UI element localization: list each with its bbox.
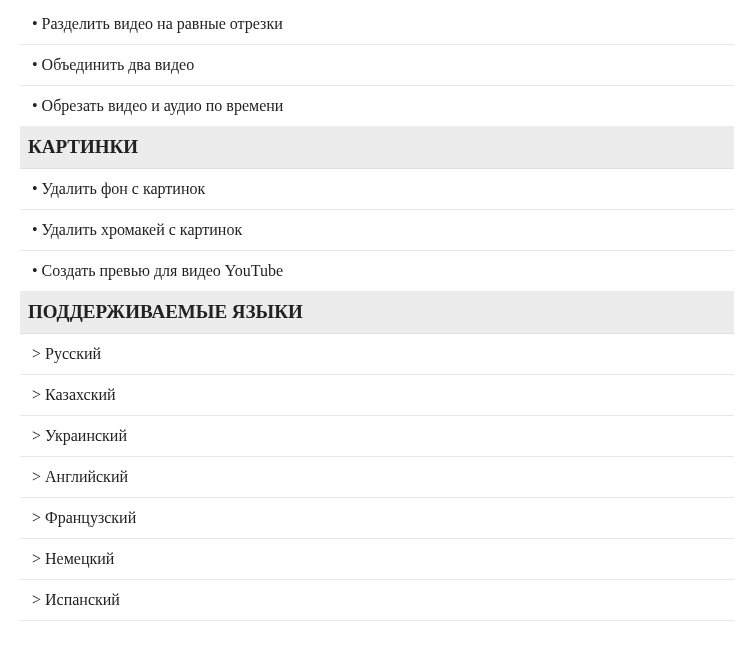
list-item: • Удалить хромакей с картинок [20, 210, 734, 251]
video-features-list: • Разделить видео на равные отрезки • Об… [20, 4, 734, 126]
images-features-list: • Удалить фон с картинок • Удалить хрома… [20, 169, 734, 291]
list-item: • Разделить видео на равные отрезки [20, 4, 734, 45]
list-item: > Английский [20, 457, 734, 498]
list-item: > Русский [20, 334, 734, 375]
languages-list: > Русский > Казахский > Украинский > Анг… [20, 334, 734, 621]
list-item: • Удалить фон с картинок [20, 169, 734, 210]
list-item: > Украинский [20, 416, 734, 457]
list-item: • Обрезать видео и аудио по времени [20, 86, 734, 126]
list-item: > Французский [20, 498, 734, 539]
languages-section-header: ПОДДЕРЖИВАЕМЫЕ ЯЗЫКИ [20, 291, 734, 334]
list-item: • Объединить два видео [20, 45, 734, 86]
list-item: > Немецкий [20, 539, 734, 580]
list-item: > Казахский [20, 375, 734, 416]
images-section-header: КАРТИНКИ [20, 126, 734, 169]
list-item: • Создать превью для видео YouTube [20, 251, 734, 291]
list-item: > Испанский [20, 580, 734, 621]
